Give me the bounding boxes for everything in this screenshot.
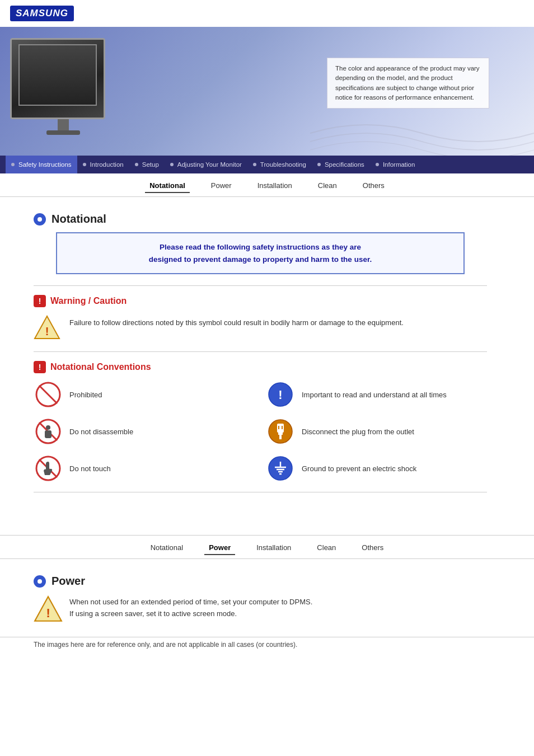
warning-badge: ! [34,295,46,307]
power-warning-icon: ! [34,594,60,621]
prohibited-label: Prohibited [69,391,102,399]
tab-installation-top[interactable]: Installation [253,179,297,193]
svg-rect-10 [45,430,51,438]
nav-item-setup[interactable]: Setup [129,156,165,173]
important-label: Important to read and understand at all … [302,391,447,399]
convention-disassemble: Do not disassemble [34,417,255,446]
warning-text: Failure to follow directions noted by th… [69,314,404,328]
disconnect-label: Disconnect the plug from the outlet [302,428,414,436]
notouch-icon [34,454,63,483]
nav-item-adjusting[interactable]: Adjusting Your Monitor [165,156,247,173]
power-title: Power [51,575,85,588]
divider-3 [34,492,487,492]
svg-rect-12 [277,424,284,433]
svg-line-4 [39,386,57,403]
power-text: When not used for an extended period of … [69,594,312,620]
tab-others-bottom[interactable]: Others [357,541,388,555]
warning-row: ! Failure to follow directions noted by … [34,314,487,342]
convention-prohibited: Prohibited [34,380,255,409]
disconnect-icon [266,417,295,446]
ground-icon [266,454,295,483]
svg-rect-14 [279,435,282,439]
conventions-heading-row: ! Notational Conventions [34,361,487,373]
convention-notouch: Do not touch [34,454,255,483]
power-section: Power ! When not used for an extended pe… [0,559,504,637]
svg-rect-16 [282,426,283,429]
warning-title: Warning / Caution [50,296,127,306]
tab-installation-bottom[interactable]: Installation [252,541,296,555]
divider-1 [34,285,487,286]
important-icon: ! [266,380,295,409]
hero-decoration [310,111,534,156]
notational-circle-icon [34,213,46,226]
power-warning-row: ! When not used for an extended period o… [34,594,487,621]
svg-point-19 [269,457,292,480]
convention-important: ! Important to read and understand at al… [266,380,487,409]
convention-disconnect: Disconnect the plug from the outlet [266,417,487,446]
top-nav: Safety Instructions Introduction Setup A… [0,156,534,173]
tab-power-top[interactable]: Power [207,179,236,193]
notational-heading: Notational [34,213,487,226]
warning-triangle-icon: ! [34,314,60,342]
disassemble-label: Do not disassemble [69,428,133,436]
tab-nav-top: Notational Power Installation Clean Othe… [0,173,534,197]
nav-item-specifications[interactable]: Specifications [312,156,370,173]
svg-rect-13 [278,433,283,435]
tab-notational-top[interactable]: Notational [145,179,190,193]
divider-2 [34,351,487,352]
notouch-label: Do not touch [69,464,111,473]
nav-item-safety[interactable]: Safety Instructions [6,156,77,173]
tab-power-bottom[interactable]: Power [204,541,235,555]
hero-monitor [10,38,116,136]
samsung-logo-area: SAMSUNG [0,0,534,27]
conventions-title: Notational Conventions [50,362,151,372]
hero-text-box: The color and appearance of the product … [327,58,489,109]
hero-banner: The color and appearance of the product … [0,27,534,156]
prohibited-icon [34,380,63,409]
ground-label: Ground to prevent an electric shock [302,464,416,473]
power-heading-row: Power [34,575,487,588]
convention-ground: Ground to prevent an electric shock [266,454,487,483]
tab-others-top[interactable]: Others [358,179,389,193]
footer-note: The images here are for reference only, … [0,637,534,654]
power-circle-icon [34,575,46,588]
disassemble-icon [34,417,63,446]
tab-notational-bottom[interactable]: Notational [146,541,188,555]
nav-item-introduction[interactable]: Introduction [77,156,129,173]
svg-point-9 [46,425,50,430]
conventions-badge: ! [34,361,46,373]
nav-item-troubleshooting[interactable]: Troubleshooting [247,156,312,173]
nav-item-information[interactable]: Information [370,156,421,173]
warning-heading: ! Warning / Caution [34,295,487,307]
tab-clean-bottom[interactable]: Clean [312,541,340,555]
svg-text:!: ! [278,388,282,402]
main-content: Notational Please read the following saf… [0,197,504,513]
svg-rect-15 [278,426,279,429]
svg-text:!: ! [45,325,49,337]
svg-text:!: ! [46,606,50,620]
spacer [0,513,534,535]
tab-clean-top[interactable]: Clean [313,179,341,193]
samsung-logo: SAMSUNG [10,6,74,21]
conventions-grid: Prohibited ! Important to read and under… [34,380,487,483]
tab-nav-bottom: Notational Power Installation Clean Othe… [0,535,534,559]
safety-notice-box: Please read the following safety instruc… [56,232,465,274]
notational-title: Notational [51,213,106,226]
